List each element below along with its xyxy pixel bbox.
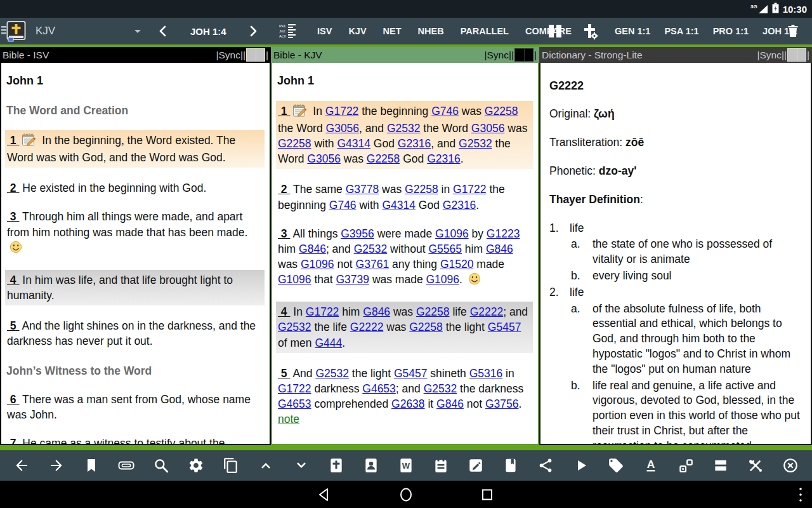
bible-settings-icon[interactable]	[581, 18, 599, 44]
strong-number-link[interactable]: G3739	[336, 273, 369, 286]
strong-number-link[interactable]: G2532	[424, 382, 457, 395]
strong-number-link[interactable]: G3756	[485, 398, 519, 410]
note-link[interactable]: note	[278, 413, 299, 425]
chevron-up-icon[interactable]	[255, 455, 277, 476]
module-selector[interactable]: KJV	[36, 18, 55, 44]
strong-number-link[interactable]: G4314	[337, 137, 370, 150]
split-screen-icon[interactable]	[710, 455, 731, 476]
strong-number-link[interactable]: G3761	[356, 258, 390, 271]
tab-net[interactable]: NET	[375, 18, 410, 44]
verse-1[interactable]: 1 In the beginning, the Word existed. Th…	[5, 130, 265, 168]
strong-number-link[interactable]: G3056	[471, 122, 505, 135]
strong-number-link[interactable]: G2638	[391, 398, 425, 410]
tab-kjv[interactable]: KJV	[340, 18, 374, 44]
book-icon[interactable]	[500, 455, 521, 476]
verse-2[interactable]: 2 He existed in the beginning with God.	[5, 180, 265, 196]
android-home-icon[interactable]	[387, 481, 425, 508]
strong-number-link[interactable]: G746	[431, 105, 459, 117]
verse-3[interactable]: 3 Through him all things were made, and …	[5, 208, 265, 257]
edit-icon[interactable]	[465, 455, 487, 476]
sync-label[interactable]: |Sync||	[216, 50, 246, 61]
verse-number[interactable]: 5	[278, 367, 290, 380]
strong-number-link[interactable]: G2532	[354, 243, 388, 255]
tab-isv[interactable]: ISV	[309, 18, 340, 44]
verse-number[interactable]: 6	[7, 393, 19, 406]
bible-icon[interactable]	[325, 455, 347, 476]
strong-number-link[interactable]: G1722	[278, 382, 311, 395]
strong-number-link[interactable]: G846	[299, 243, 326, 255]
android-back-icon[interactable]	[304, 481, 343, 508]
compare-icon[interactable]	[675, 455, 697, 476]
strong-number-link[interactable]: G2532	[315, 367, 349, 380]
verse-note-icon[interactable]	[292, 104, 307, 121]
verse-1[interactable]: 1 In G1722 the beginning G746 was G2258 …	[276, 101, 533, 170]
panel-header-kjv[interactable]: Bible - KJV |Sync|| |	[271, 47, 539, 63]
strong-number-link[interactable]: G2316	[427, 152, 461, 165]
strong-number-link[interactable]: G1520	[440, 258, 474, 271]
verse-number[interactable]: 3	[7, 210, 19, 223]
share-icon[interactable]	[535, 455, 556, 476]
strong-number-link[interactable]: G2258	[278, 137, 311, 150]
tab-nheb[interactable]: NHEB	[410, 18, 452, 44]
format-icon[interactable]: A	[640, 455, 662, 476]
bookmark-icon[interactable]	[81, 455, 102, 476]
verse-number[interactable]: 2	[7, 182, 19, 194]
bookmark-psa-1-1[interactable]: PSA 1:1	[657, 18, 705, 44]
tab-parallel[interactable]: PARALLEL	[452, 18, 517, 44]
android-menu-icon[interactable]	[782, 481, 812, 508]
commentary-icon[interactable]	[360, 455, 382, 476]
back-arrow-icon[interactable]	[11, 455, 32, 476]
journal-icon[interactable]	[430, 455, 452, 476]
verse-5[interactable]: 5 And the light shines on in the darknes…	[5, 318, 265, 349]
verse-number[interactable]: 1	[278, 105, 290, 117]
chevron-down-icon[interactable]	[132, 18, 143, 44]
strong-number-link[interactable]: G846	[436, 398, 464, 410]
verse-number[interactable]: 5	[7, 319, 19, 332]
settings-icon[interactable]	[185, 455, 207, 476]
split-window-icon[interactable]	[547, 18, 563, 44]
chevron-down-icon[interactable]	[291, 455, 312, 476]
verse-number[interactable]: 7	[7, 437, 19, 445]
verse-3[interactable]: 3 All things G3956 were made G1096 by G1…	[276, 225, 533, 290]
highlight-icon[interactable]	[115, 455, 137, 476]
strong-number-link[interactable]: G3056	[307, 152, 341, 165]
strong-number-link[interactable]: G1096	[301, 258, 334, 271]
sync-label[interactable]: |Sync||	[484, 50, 514, 61]
strong-number-link[interactable]: G2316	[398, 137, 431, 150]
dictionary-icon[interactable]: W	[395, 455, 417, 476]
verse-number[interactable]: 1	[7, 134, 19, 147]
strong-number-link[interactable]: G1096	[426, 273, 460, 286]
strong-number-link[interactable]: G2532	[387, 122, 421, 135]
strong-number-link[interactable]: G3778	[346, 183, 379, 196]
tools-icon[interactable]	[745, 455, 766, 476]
play-icon[interactable]	[570, 455, 592, 476]
bookmark-pro-1-1[interactable]: PRO 1:1	[706, 18, 756, 44]
verse-5[interactable]: 5 And G2532 the light G5457 shineth G531…	[276, 365, 533, 428]
next-verse-button[interactable]	[246, 18, 260, 44]
strong-number-link[interactable]: G2316	[443, 199, 476, 211]
strong-number-link[interactable]: G746	[329, 199, 357, 211]
current-reference[interactable]: JOH 1:4	[190, 18, 226, 44]
strong-number-link[interactable]: G5316	[469, 367, 503, 380]
strong-number-link[interactable]: G5565	[428, 243, 462, 255]
tag-icon[interactable]	[605, 455, 627, 476]
strong-number-link[interactable]: G2258	[409, 321, 443, 333]
strong-number-link[interactable]: G3956	[341, 227, 374, 240]
verse-2[interactable]: 2 The same G3778 was G2258 in G1722 the …	[276, 181, 533, 213]
sync-label[interactable]: |Sync||	[757, 50, 787, 61]
strong-number-link[interactable]: G846	[486, 243, 513, 255]
strong-number-link[interactable]: G5457	[394, 367, 428, 380]
strong-number-link[interactable]: G1722	[306, 305, 339, 318]
trash-icon[interactable]	[785, 18, 801, 44]
panel-header-dictionary[interactable]: Dictionary - Strong-Lite |Sync|| |	[539, 47, 812, 63]
verse-7[interactable]: 7 He came as a witness to testify about …	[5, 435, 265, 445]
close-icon[interactable]	[780, 455, 801, 476]
verse-number[interactable]: 4	[7, 274, 19, 286]
panel-resize-handle[interactable]	[246, 48, 265, 62]
verse-number[interactable]: 4	[278, 305, 290, 318]
strong-number-link[interactable]: G1096	[278, 273, 311, 286]
verse-number[interactable]: 2	[278, 183, 290, 196]
strong-number-link[interactable]: G4653	[362, 382, 396, 395]
strong-number-link[interactable]: G846	[363, 305, 390, 318]
strong-number-link[interactable]: G5457	[488, 321, 521, 333]
